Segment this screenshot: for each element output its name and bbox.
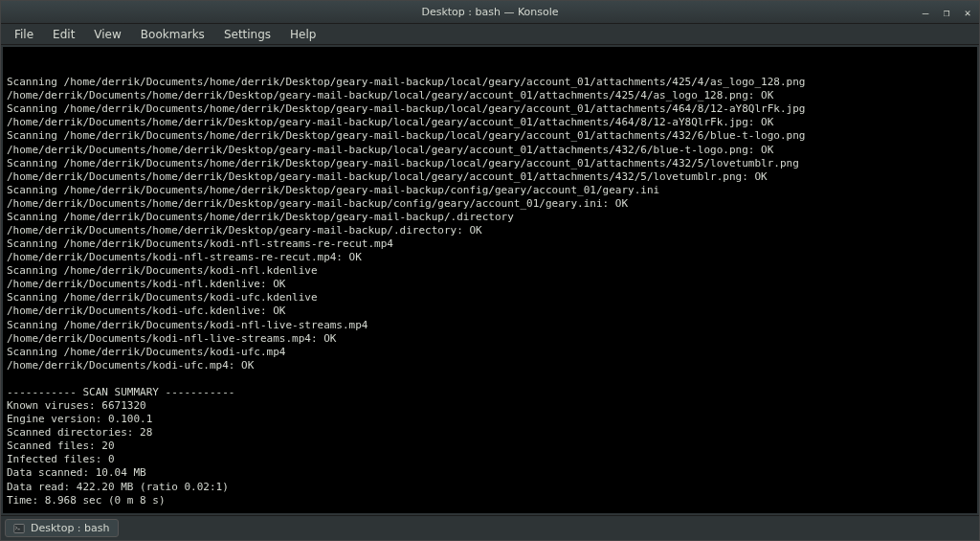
- titlebar[interactable]: Desktop : bash — Konsole — ❐ ✕: [1, 1, 979, 24]
- close-button[interactable]: ✕: [960, 6, 975, 19]
- tab-label: Desktop : bash: [31, 522, 110, 534]
- menu-bookmarks[interactable]: Bookmarks: [131, 26, 214, 43]
- terminal-line: Scanning /home/derrik/Documents/home/der…: [7, 102, 973, 116]
- terminal-line: Scanning /home/derrik/Documents/kodi-nfl…: [7, 264, 973, 278]
- terminal-line: /home/derrik/Documents/home/derrik/Deskt…: [7, 197, 973, 211]
- terminal-line: Scanned directories: 28: [7, 426, 973, 440]
- window-controls: — ❐ ✕: [918, 1, 975, 24]
- terminal-line: Scanning /home/derrik/Documents/home/der…: [7, 211, 973, 224]
- terminal-line: Time: 8.968 sec (0 m 8 s): [7, 494, 973, 507]
- svg-rect-0: [14, 524, 25, 532]
- menu-help[interactable]: Help: [280, 26, 325, 43]
- terminal-line: Scanning /home/derrik/Documents/home/der…: [7, 76, 973, 89]
- menu-settings[interactable]: Settings: [214, 26, 280, 43]
- minimize-button[interactable]: —: [918, 6, 933, 19]
- menu-view[interactable]: View: [84, 26, 130, 43]
- terminal-line: /home/derrik/Documents/home/derrik/Deskt…: [7, 89, 973, 102]
- terminal-line: Engine version: 0.100.1: [7, 413, 973, 426]
- tab-active[interactable]: Desktop : bash: [5, 519, 119, 537]
- terminal-line: /home/derrik/Documents/kodi-nfl-streams-…: [7, 251, 973, 264]
- terminal-line: Scanning /home/derrik/Documents/kodi-nfl…: [7, 237, 973, 251]
- terminal-line: /home/derrik/Documents/home/derrik/Deskt…: [7, 116, 973, 129]
- terminal-line: /home/derrik/Documents/home/derrik/Deskt…: [7, 170, 973, 184]
- konsole-window: Desktop : bash — Konsole — ❐ ✕ File Edit…: [0, 0, 980, 541]
- window-title: Desktop : bash — Konsole: [421, 6, 558, 18]
- tab-bar: Desktop : bash: [1, 515, 979, 540]
- terminal-line: Data read: 422.20 MB (ratio 0.02:1): [7, 481, 973, 494]
- menubar: File Edit View Bookmarks Settings Help: [1, 24, 979, 45]
- terminal-line: Scanning /home/derrik/Documents/home/der…: [7, 184, 973, 197]
- terminal-line: Scanning /home/derrik/Documents/home/der…: [7, 129, 973, 143]
- terminal-line: Scanning /home/derrik/Documents/kodi-ufc…: [7, 346, 973, 359]
- terminal-icon: [13, 523, 25, 534]
- terminal-line: /home/derrik/Documents/kodi-ufc.mp4: OK: [7, 359, 973, 372]
- terminal-output: Scanning /home/derrik/Documents/home/der…: [7, 76, 973, 507]
- terminal-line: /home/derrik/Documents/home/derrik/Deskt…: [7, 224, 973, 237]
- terminal-line: Data scanned: 10.04 MB: [7, 466, 973, 480]
- terminal-line: /home/derrik/Documents/kodi-ufc.kdenlive…: [7, 304, 973, 318]
- terminal-line: Scanning /home/derrik/Documents/home/der…: [7, 157, 973, 170]
- terminal-line: [7, 372, 973, 386]
- terminal-viewport[interactable]: Scanning /home/derrik/Documents/home/der…: [3, 47, 977, 513]
- terminal-line: ----------- SCAN SUMMARY -----------: [7, 386, 973, 399]
- terminal-line: Infected files: 0: [7, 453, 973, 466]
- terminal-line: Scanning /home/derrik/Documents/kodi-nfl…: [7, 319, 973, 332]
- menu-edit[interactable]: Edit: [43, 26, 84, 43]
- terminal-line: Scanned files: 20: [7, 440, 973, 453]
- terminal-line: /home/derrik/Documents/home/derrik/Deskt…: [7, 144, 973, 157]
- terminal-line: Scanning /home/derrik/Documents/kodi-ufc…: [7, 291, 973, 304]
- maximize-button[interactable]: ❐: [939, 6, 954, 19]
- menu-file[interactable]: File: [5, 26, 43, 43]
- terminal-line: /home/derrik/Documents/kodi-nfl-live-str…: [7, 332, 973, 346]
- terminal-line: /home/derrik/Documents/kodi-nfl.kdenlive…: [7, 278, 973, 291]
- terminal-line: Known viruses: 6671320: [7, 399, 973, 413]
